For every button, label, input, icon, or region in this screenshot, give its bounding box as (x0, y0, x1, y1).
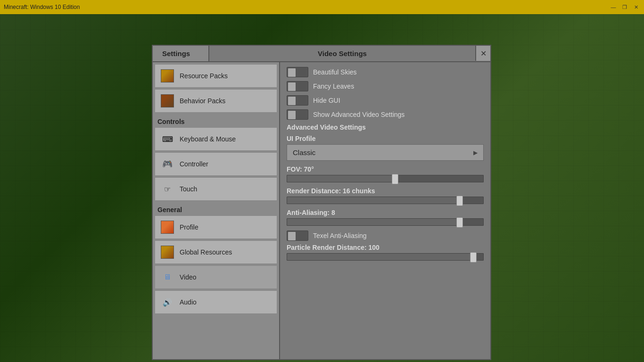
advanced-section-title: Advanced Video Settings (287, 123, 484, 131)
resource-icon-img (161, 69, 174, 82)
keyboard-icon: ⌨ (160, 132, 175, 147)
fancy-leaves-row: Fancy Leaves (287, 81, 484, 91)
render-distance-slider-section: Render Distance: 16 chunks (287, 187, 484, 204)
sidebar-label-behavior-packs: Behavior Packs (180, 97, 225, 105)
sidebar-item-keyboard-mouse[interactable]: ⌨ Keyboard & Mouse (155, 127, 277, 151)
render-distance-thumb[interactable] (456, 196, 463, 206)
hide-gui-row: Hide GUI (287, 95, 484, 106)
sidebar-item-audio[interactable]: 🔊 Audio (155, 290, 277, 314)
dropdown-arrow-icon: ▶ (473, 149, 478, 156)
beautiful-skies-toggle[interactable] (287, 67, 308, 77)
fov-thumb[interactable] (392, 174, 398, 184)
particle-render-title: Particle Render Distance: 100 (287, 244, 484, 251)
behavior-packs-icon (160, 93, 175, 108)
particle-render-slider[interactable] (287, 253, 484, 261)
anti-aliasing-thumb[interactable] (456, 217, 463, 228)
render-distance-fill (287, 197, 460, 204)
controls-section-label: Controls (155, 114, 277, 127)
ui-profile-value: Classic (293, 148, 315, 156)
content-panel: Beautiful Skies Fancy Leaves Hide (280, 62, 490, 359)
settings-dialog: Settings Video Settings ✕ Resource Packs… (152, 45, 491, 360)
texel-anti-aliasing-toggle[interactable] (287, 230, 308, 241)
ui-profile-title: UI Profile (287, 135, 484, 142)
toggle-track (287, 110, 308, 119)
fov-slider[interactable] (287, 175, 484, 182)
toggle-knob (288, 68, 296, 77)
sidebar-label-profile: Profile (180, 223, 198, 231)
anti-aliasing-slider-section: Anti-Aliasing: 8 (287, 209, 484, 226)
video-settings-tab[interactable]: Video Settings (209, 46, 475, 61)
texel-anti-aliasing-row: Texel Anti-Aliasing (287, 230, 484, 241)
dialog-header: Settings Video Settings ✕ (153, 46, 490, 62)
ui-profile-dropdown[interactable]: Classic ▶ (287, 144, 484, 161)
sidebar-label-controller: Controller (180, 160, 208, 168)
titlebar-title: Minecraft: Windows 10 Edition (4, 4, 80, 10)
particle-render-thumb[interactable] (470, 252, 477, 263)
particle-render-slider-section: Particle Render Distance: 100 (287, 244, 484, 261)
toggle-track (287, 82, 308, 91)
settings-tab[interactable]: Settings (153, 46, 209, 61)
general-section-label: General (155, 202, 277, 215)
sidebar-item-video[interactable]: 🖥 Video (155, 265, 277, 289)
dialog-close-button[interactable]: ✕ (475, 46, 490, 61)
toggle-knob (288, 97, 296, 105)
resource-packs-icon (160, 68, 175, 83)
close-window-button[interactable]: ✕ (632, 3, 640, 11)
sidebar-item-behavior-packs[interactable]: Behavior Packs (155, 89, 277, 113)
hide-gui-label: Hide GUI (313, 97, 340, 104)
render-distance-slider[interactable] (287, 197, 484, 204)
sidebar-label-keyboard-mouse: Keyboard & Mouse (180, 135, 236, 143)
minimize-button[interactable]: — (609, 3, 618, 11)
sidebar-item-controller[interactable]: 🎮 Controller (155, 152, 277, 176)
show-advanced-row: Show Advanced Video Settings (287, 109, 484, 120)
particle-render-fill (287, 254, 473, 260)
controller-icon: 🎮 (160, 156, 175, 172)
toggle-track (287, 67, 308, 77)
toggle-knob (288, 82, 296, 91)
dialog-body: Resource Packs Behavior Packs Controls ⌨… (153, 62, 490, 359)
texel-anti-aliasing-label: Texel Anti-Aliasing (313, 232, 367, 239)
touch-icon: ☞ (160, 181, 175, 197)
anti-aliasing-fill (287, 219, 460, 225)
sidebar: Resource Packs Behavior Packs Controls ⌨… (153, 62, 280, 359)
sidebar-item-touch[interactable]: ☞ Touch (155, 177, 277, 201)
fov-fill (287, 175, 395, 182)
sidebar-label-resource-packs: Resource Packs (180, 72, 228, 80)
restore-button[interactable]: ❐ (620, 3, 629, 11)
fancy-leaves-toggle[interactable] (287, 81, 308, 91)
fov-slider-section: FOV: 70° (287, 165, 484, 182)
hide-gui-toggle[interactable] (287, 95, 308, 106)
toggle-track (287, 96, 308, 105)
profile-icon-img (161, 221, 174, 234)
global-resources-icon (160, 245, 175, 260)
fov-title: FOV: 70° (287, 165, 484, 173)
beautiful-skies-row: Beautiful Skies (287, 67, 484, 77)
sidebar-label-touch: Touch (180, 185, 197, 193)
global-icon-img (161, 246, 174, 259)
toggle-knob (288, 232, 296, 240)
render-distance-title: Render Distance: 16 chunks (287, 187, 484, 195)
show-advanced-toggle[interactable] (287, 109, 308, 120)
sidebar-item-profile[interactable]: Profile (155, 215, 277, 239)
video-icon: 🖥 (160, 270, 175, 285)
audio-icon: 🔊 (160, 295, 175, 310)
toggle-knob (288, 111, 296, 119)
beautiful-skies-label: Beautiful Skies (313, 68, 357, 76)
toggle-track (287, 231, 308, 240)
sidebar-item-global-resources[interactable]: Global Resources (155, 240, 277, 264)
profile-icon (160, 220, 175, 235)
anti-aliasing-slider[interactable] (287, 218, 484, 226)
sidebar-item-resource-packs[interactable]: Resource Packs (155, 64, 277, 88)
sidebar-label-audio: Audio (180, 298, 197, 306)
sidebar-label-global-resources: Global Resources (180, 248, 232, 256)
titlebar: Minecraft: Windows 10 Edition — ❐ ✕ (0, 0, 644, 14)
anti-aliasing-title: Anti-Aliasing: 8 (287, 209, 484, 216)
show-advanced-label: Show Advanced Video Settings (313, 111, 405, 118)
behavior-icon-img (161, 94, 174, 107)
titlebar-controls: — ❐ ✕ (609, 3, 640, 11)
fancy-leaves-label: Fancy Leaves (313, 82, 354, 90)
sidebar-label-video: Video (180, 273, 197, 281)
